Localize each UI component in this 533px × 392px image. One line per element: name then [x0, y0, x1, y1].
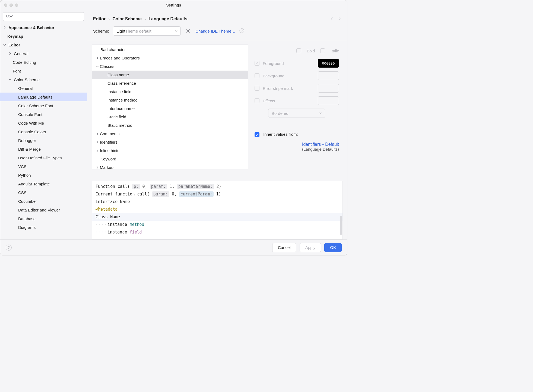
help-icon[interactable]: ? — [239, 28, 244, 34]
sidebar-item[interactable]: Console Font — [0, 110, 87, 119]
sidebar-item[interactable]: Diagrams — [0, 223, 87, 232]
minimize-window-icon[interactable] — [9, 4, 13, 7]
svg-point-2 — [188, 30, 189, 32]
error-stripe-label: Error stripe mark — [263, 86, 293, 91]
sidebar-item[interactable]: Code Editing — [0, 58, 87, 67]
token-item-label: Bad character — [100, 47, 126, 52]
effects-select[interactable]: Bordered — [268, 109, 325, 118]
sidebar-item[interactable]: Console Colors — [0, 127, 87, 136]
scheme-gear-icon[interactable] — [185, 27, 192, 34]
inherit-source-sub: (Language Defaults) — [302, 147, 339, 151]
chevron-right-icon — [95, 166, 100, 169]
sidebar-item[interactable]: Python — [0, 171, 87, 179]
zoom-window-icon[interactable] — [15, 4, 18, 7]
attribute-panel: Bold Italic Foreground 000000 Background — [248, 40, 347, 178]
token-tree-item[interactable]: Class name — [92, 71, 248, 79]
ok-button[interactable]: OK — [324, 243, 342, 252]
sidebar-item[interactable]: VCS — [0, 162, 87, 171]
token-tree-item[interactable]: Comments — [92, 129, 248, 138]
token-tree-item[interactable]: Identifiers — [92, 138, 248, 146]
sidebar-item[interactable]: CSS — [0, 188, 87, 197]
sidebar-item-label: Diff & Merge — [18, 147, 41, 151]
foreground-checkbox[interactable] — [255, 61, 259, 66]
effects-label: Effects — [263, 99, 275, 103]
sidebar-item-label: General — [18, 86, 33, 91]
token-tree-item[interactable]: Classes — [92, 62, 248, 71]
change-ide-theme-link[interactable]: Change IDE Theme… — [195, 29, 235, 33]
italic-label: Italic — [331, 49, 339, 53]
inherit-source-link[interactable]: Identifiers→Default — [302, 142, 339, 147]
token-tree[interactable]: Bad characterBraces and OperatorsClasses… — [92, 45, 248, 169]
effects-checkbox[interactable] — [255, 98, 259, 103]
help-icon[interactable]: ? — [6, 245, 12, 251]
sidebar-item[interactable]: Color Scheme Font — [0, 101, 87, 110]
nav-forward-icon[interactable] — [338, 17, 341, 21]
nav-back-icon[interactable] — [330, 17, 334, 21]
sidebar-item[interactable]: Database — [0, 214, 87, 223]
token-item-label: Comments — [100, 131, 120, 136]
sidebar-item-label: CSS — [18, 190, 27, 195]
token-tree-item[interactable]: Markup — [92, 163, 248, 169]
apply-button[interactable]: Apply — [300, 243, 321, 252]
chevron-down-icon — [95, 65, 100, 68]
titlebar: Settings — [0, 0, 347, 10]
token-tree-item[interactable]: Inline hints — [92, 146, 248, 155]
preview-line: Current function call( param: 0, current… — [96, 190, 339, 198]
sidebar-item[interactable]: Debugger — [0, 136, 87, 145]
sidebar-item[interactable]: Appearance & Behavior — [0, 23, 87, 32]
search-input[interactable] — [3, 12, 84, 21]
sidebar-item[interactable]: General — [0, 49, 87, 58]
background-checkbox[interactable] — [255, 73, 259, 78]
inline-hint: p: — [132, 184, 140, 189]
sidebar-item[interactable]: Keymap — [0, 32, 87, 40]
sidebar-item-label: Debugger — [18, 138, 36, 143]
scheme-select[interactable]: Light Theme default — [113, 26, 181, 36]
breadcrumb-item[interactable]: Color Scheme — [113, 17, 142, 21]
breadcrumb-item[interactable]: Editor — [93, 17, 106, 21]
scrollbar-thumb[interactable] — [340, 216, 342, 235]
token-tree-item[interactable]: Keyword — [92, 155, 248, 163]
token-tree-item[interactable]: Instance method — [92, 96, 248, 104]
inline-hint: param: — [152, 191, 169, 197]
cancel-button[interactable]: Cancel — [272, 243, 296, 252]
error-stripe-checkbox[interactable] — [255, 86, 259, 91]
sidebar-item[interactable]: Language Defaults — [0, 93, 87, 101]
italic-checkbox[interactable] — [320, 48, 325, 53]
settings-content: Editor › Color Scheme › Language Default… — [87, 10, 347, 239]
sidebar-item[interactable]: Diff & Merge — [0, 145, 87, 153]
token-tree-item[interactable]: Instance field — [92, 87, 248, 96]
chevron-right-icon — [7, 51, 13, 56]
search-dropdown-icon[interactable] — [9, 14, 13, 19]
background-swatch[interactable] — [318, 71, 339, 80]
sidebar-item[interactable]: Cucumber — [0, 197, 87, 206]
preview-panel[interactable]: Function call( p: 0, param: 1, parameter… — [92, 181, 343, 239]
sidebar-item[interactable]: Data Editor and Viewer — [0, 206, 87, 214]
token-tree-item[interactable]: Interface name — [92, 104, 248, 113]
sidebar-item-label: General — [14, 51, 28, 56]
sidebar-item[interactable]: Angular Template — [0, 179, 87, 188]
svg-text:?: ? — [241, 29, 242, 32]
sidebar-item-label: Keymap — [7, 34, 23, 39]
error-stripe-swatch[interactable] — [318, 84, 339, 93]
sidebar-item[interactable]: General — [0, 84, 87, 93]
sidebar-item[interactable]: Code With Me — [0, 119, 87, 127]
effects-swatch[interactable] — [318, 96, 339, 105]
token-item-label: Braces and Operators — [100, 56, 140, 60]
token-tree-item[interactable]: Static method — [92, 121, 248, 129]
foreground-swatch[interactable]: 000000 — [318, 59, 339, 68]
token-item-label: Identifiers — [100, 140, 118, 144]
chevron-right-icon — [95, 149, 100, 152]
token-tree-item[interactable]: Bad character — [92, 45, 248, 54]
bold-checkbox[interactable] — [296, 48, 301, 53]
token-tree-item[interactable]: Class reference — [92, 79, 248, 87]
sidebar-item[interactable]: Color Scheme — [0, 75, 87, 84]
token-tree-item[interactable]: Static field — [92, 113, 248, 121]
token-item-label: Class name — [107, 72, 129, 77]
sidebar-item[interactable]: Editor — [0, 40, 87, 49]
inherit-checkbox[interactable] — [255, 132, 259, 137]
sidebar-item-label: Color Scheme Font — [18, 103, 53, 108]
sidebar-item[interactable]: Font — [0, 67, 87, 75]
close-window-icon[interactable] — [4, 4, 7, 7]
sidebar-item[interactable]: User-Defined File Types — [0, 153, 87, 162]
token-tree-item[interactable]: Braces and Operators — [92, 54, 248, 62]
